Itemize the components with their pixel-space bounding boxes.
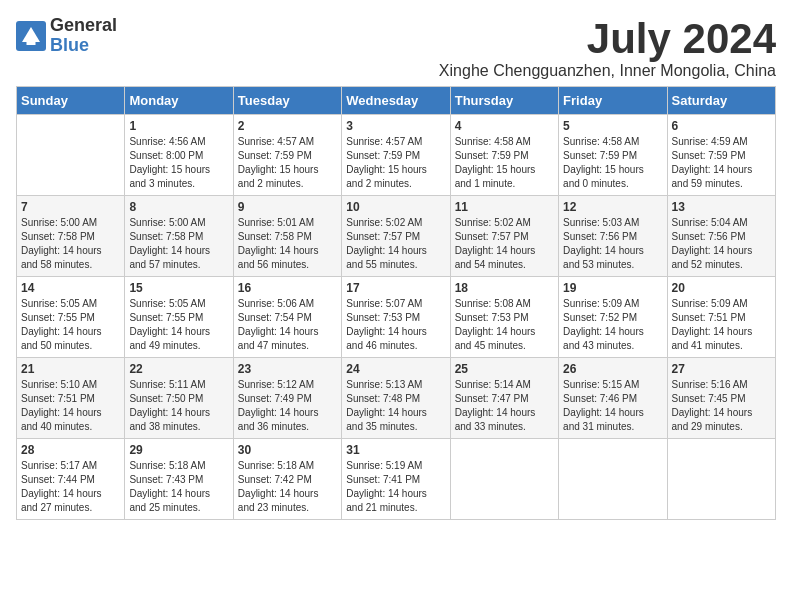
- day-info: Sunrise: 4:57 AM Sunset: 7:59 PM Dayligh…: [346, 135, 445, 191]
- day-number: 25: [455, 362, 554, 376]
- day-number: 19: [563, 281, 662, 295]
- calendar-cell: 30Sunrise: 5:18 AM Sunset: 7:42 PM Dayli…: [233, 439, 341, 520]
- day-info: Sunrise: 5:00 AM Sunset: 7:58 PM Dayligh…: [21, 216, 120, 272]
- calendar-cell: 9Sunrise: 5:01 AM Sunset: 7:58 PM Daylig…: [233, 196, 341, 277]
- calendar-cell: 8Sunrise: 5:00 AM Sunset: 7:58 PM Daylig…: [125, 196, 233, 277]
- svg-rect-2: [27, 42, 36, 45]
- location-title: Xinghe Chengguanzhen, Inner Mongolia, Ch…: [439, 62, 776, 80]
- day-info: Sunrise: 5:00 AM Sunset: 7:58 PM Dayligh…: [129, 216, 228, 272]
- day-info: Sunrise: 5:14 AM Sunset: 7:47 PM Dayligh…: [455, 378, 554, 434]
- weekday-header: Thursday: [450, 87, 558, 115]
- calendar-cell: 15Sunrise: 5:05 AM Sunset: 7:55 PM Dayli…: [125, 277, 233, 358]
- calendar-cell: [667, 439, 775, 520]
- day-number: 13: [672, 200, 771, 214]
- day-number: 27: [672, 362, 771, 376]
- calendar-cell: 12Sunrise: 5:03 AM Sunset: 7:56 PM Dayli…: [559, 196, 667, 277]
- day-number: 4: [455, 119, 554, 133]
- weekday-header: Wednesday: [342, 87, 450, 115]
- calendar-cell: 21Sunrise: 5:10 AM Sunset: 7:51 PM Dayli…: [17, 358, 125, 439]
- day-number: 5: [563, 119, 662, 133]
- day-info: Sunrise: 5:09 AM Sunset: 7:52 PM Dayligh…: [563, 297, 662, 353]
- calendar-cell: 7Sunrise: 5:00 AM Sunset: 7:58 PM Daylig…: [17, 196, 125, 277]
- day-number: 11: [455, 200, 554, 214]
- day-info: Sunrise: 5:06 AM Sunset: 7:54 PM Dayligh…: [238, 297, 337, 353]
- calendar-cell: [450, 439, 558, 520]
- day-info: Sunrise: 4:58 AM Sunset: 7:59 PM Dayligh…: [563, 135, 662, 191]
- day-info: Sunrise: 5:10 AM Sunset: 7:51 PM Dayligh…: [21, 378, 120, 434]
- day-info: Sunrise: 4:57 AM Sunset: 7:59 PM Dayligh…: [238, 135, 337, 191]
- day-info: Sunrise: 5:02 AM Sunset: 7:57 PM Dayligh…: [346, 216, 445, 272]
- day-info: Sunrise: 4:59 AM Sunset: 7:59 PM Dayligh…: [672, 135, 771, 191]
- day-info: Sunrise: 5:03 AM Sunset: 7:56 PM Dayligh…: [563, 216, 662, 272]
- title-block: July 2024 Xinghe Chengguanzhen, Inner Mo…: [439, 16, 776, 80]
- day-number: 10: [346, 200, 445, 214]
- day-number: 15: [129, 281, 228, 295]
- day-info: Sunrise: 5:19 AM Sunset: 7:41 PM Dayligh…: [346, 459, 445, 515]
- calendar-cell: 23Sunrise: 5:12 AM Sunset: 7:49 PM Dayli…: [233, 358, 341, 439]
- calendar-week-row: 21Sunrise: 5:10 AM Sunset: 7:51 PM Dayli…: [17, 358, 776, 439]
- day-info: Sunrise: 5:12 AM Sunset: 7:49 PM Dayligh…: [238, 378, 337, 434]
- day-number: 24: [346, 362, 445, 376]
- day-number: 1: [129, 119, 228, 133]
- calendar-cell: 3Sunrise: 4:57 AM Sunset: 7:59 PM Daylig…: [342, 115, 450, 196]
- page-header: General Blue July 2024 Xinghe Chengguanz…: [16, 16, 776, 80]
- day-number: 7: [21, 200, 120, 214]
- day-number: 14: [21, 281, 120, 295]
- day-number: 26: [563, 362, 662, 376]
- day-info: Sunrise: 5:11 AM Sunset: 7:50 PM Dayligh…: [129, 378, 228, 434]
- day-number: 16: [238, 281, 337, 295]
- calendar-cell: 2Sunrise: 4:57 AM Sunset: 7:59 PM Daylig…: [233, 115, 341, 196]
- day-info: Sunrise: 5:15 AM Sunset: 7:46 PM Dayligh…: [563, 378, 662, 434]
- calendar-week-row: 1Sunrise: 4:56 AM Sunset: 8:00 PM Daylig…: [17, 115, 776, 196]
- day-number: 18: [455, 281, 554, 295]
- calendar-cell: 10Sunrise: 5:02 AM Sunset: 7:57 PM Dayli…: [342, 196, 450, 277]
- weekday-header: Sunday: [17, 87, 125, 115]
- calendar-cell: 25Sunrise: 5:14 AM Sunset: 7:47 PM Dayli…: [450, 358, 558, 439]
- calendar-cell: 29Sunrise: 5:18 AM Sunset: 7:43 PM Dayli…: [125, 439, 233, 520]
- day-info: Sunrise: 5:07 AM Sunset: 7:53 PM Dayligh…: [346, 297, 445, 353]
- day-info: Sunrise: 5:04 AM Sunset: 7:56 PM Dayligh…: [672, 216, 771, 272]
- weekday-header: Monday: [125, 87, 233, 115]
- calendar-cell: 18Sunrise: 5:08 AM Sunset: 7:53 PM Dayli…: [450, 277, 558, 358]
- day-number: 28: [21, 443, 120, 457]
- day-number: 17: [346, 281, 445, 295]
- day-number: 20: [672, 281, 771, 295]
- month-title: July 2024: [439, 16, 776, 62]
- logo-blue: Blue: [50, 36, 117, 56]
- day-info: Sunrise: 5:02 AM Sunset: 7:57 PM Dayligh…: [455, 216, 554, 272]
- day-info: Sunrise: 5:05 AM Sunset: 7:55 PM Dayligh…: [21, 297, 120, 353]
- day-info: Sunrise: 4:58 AM Sunset: 7:59 PM Dayligh…: [455, 135, 554, 191]
- calendar-cell: 14Sunrise: 5:05 AM Sunset: 7:55 PM Dayli…: [17, 277, 125, 358]
- day-info: Sunrise: 5:08 AM Sunset: 7:53 PM Dayligh…: [455, 297, 554, 353]
- day-info: Sunrise: 5:09 AM Sunset: 7:51 PM Dayligh…: [672, 297, 771, 353]
- day-number: 30: [238, 443, 337, 457]
- weekday-header: Saturday: [667, 87, 775, 115]
- logo-general: General: [50, 16, 117, 36]
- calendar-cell: 11Sunrise: 5:02 AM Sunset: 7:57 PM Dayli…: [450, 196, 558, 277]
- day-number: 31: [346, 443, 445, 457]
- calendar-cell: 17Sunrise: 5:07 AM Sunset: 7:53 PM Dayli…: [342, 277, 450, 358]
- calendar-cell: 1Sunrise: 4:56 AM Sunset: 8:00 PM Daylig…: [125, 115, 233, 196]
- calendar-week-row: 28Sunrise: 5:17 AM Sunset: 7:44 PM Dayli…: [17, 439, 776, 520]
- logo-icon: [16, 21, 46, 51]
- day-number: 21: [21, 362, 120, 376]
- calendar-cell: 5Sunrise: 4:58 AM Sunset: 7:59 PM Daylig…: [559, 115, 667, 196]
- day-info: Sunrise: 5:18 AM Sunset: 7:42 PM Dayligh…: [238, 459, 337, 515]
- calendar-cell: 6Sunrise: 4:59 AM Sunset: 7:59 PM Daylig…: [667, 115, 775, 196]
- calendar-cell: 16Sunrise: 5:06 AM Sunset: 7:54 PM Dayli…: [233, 277, 341, 358]
- calendar-cell: 13Sunrise: 5:04 AM Sunset: 7:56 PM Dayli…: [667, 196, 775, 277]
- day-info: Sunrise: 5:17 AM Sunset: 7:44 PM Dayligh…: [21, 459, 120, 515]
- calendar-week-row: 7Sunrise: 5:00 AM Sunset: 7:58 PM Daylig…: [17, 196, 776, 277]
- calendar-cell: 22Sunrise: 5:11 AM Sunset: 7:50 PM Dayli…: [125, 358, 233, 439]
- weekday-header: Friday: [559, 87, 667, 115]
- calendar-cell: 26Sunrise: 5:15 AM Sunset: 7:46 PM Dayli…: [559, 358, 667, 439]
- day-number: 29: [129, 443, 228, 457]
- day-number: 9: [238, 200, 337, 214]
- day-number: 8: [129, 200, 228, 214]
- day-info: Sunrise: 5:16 AM Sunset: 7:45 PM Dayligh…: [672, 378, 771, 434]
- day-number: 6: [672, 119, 771, 133]
- day-number: 23: [238, 362, 337, 376]
- calendar-cell: [17, 115, 125, 196]
- weekday-header: Tuesday: [233, 87, 341, 115]
- calendar-cell: 31Sunrise: 5:19 AM Sunset: 7:41 PM Dayli…: [342, 439, 450, 520]
